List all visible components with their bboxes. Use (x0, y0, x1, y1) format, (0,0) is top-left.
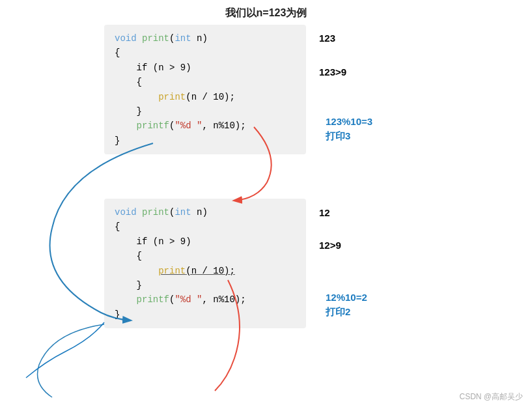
annotation-modulo-1: 123%10=3 (326, 116, 372, 127)
code-line: print(n / 10); (115, 90, 296, 104)
keyword-int: int (175, 33, 191, 44)
watermark: CSDN @高邮吴少 (459, 391, 523, 402)
string-format: "%d " (175, 120, 202, 131)
func-printf-2: printf (137, 294, 169, 305)
keyword-int-2: int (175, 207, 191, 218)
page-title: 我们以n=123为例 (0, 7, 532, 20)
code-line: } (115, 134, 296, 148)
code-line: { (115, 249, 296, 263)
code-line: void print(int n) (115, 205, 296, 219)
func-printf: printf (137, 120, 169, 131)
code-line: { (115, 46, 296, 60)
code-block-2: void print(int n) { if (n > 9) { print(n… (104, 199, 306, 328)
param: n) (191, 33, 208, 44)
code-line: } (115, 104, 296, 119)
annotation-modulo-2: 12%10=2 (326, 292, 367, 303)
code-line: if (n > 9) (115, 61, 296, 75)
func-call-print: print (158, 92, 186, 102)
annotation-print-2: 打印2 (326, 306, 350, 318)
keyword-void: void (115, 33, 142, 44)
code-line: printf("%d ", n%10); (115, 119, 296, 133)
code-line: printf("%d ", n%10); (115, 292, 296, 307)
code-line: } (115, 278, 296, 292)
code-line: { (115, 219, 296, 234)
keyword-void-2: void (115, 207, 142, 218)
annotation-12: 12 (319, 207, 330, 218)
param-2: n) (191, 207, 208, 218)
code-line: print(n / 10); (115, 264, 296, 278)
annotation-123: 123 (319, 33, 335, 44)
func-call-print-2: print (158, 266, 186, 276)
func-print-2: print (142, 207, 169, 218)
code-line: if (n > 9) (115, 234, 296, 249)
annotation-12gt9: 12>9 (319, 240, 341, 251)
func-print: print (142, 33, 169, 44)
code-line: } (115, 307, 296, 322)
code-line: void print(int n) (115, 31, 296, 46)
code-line: { (115, 75, 296, 89)
annotation-123gt9: 123>9 (319, 66, 346, 78)
string-format-2: "%d " (175, 294, 202, 305)
code-block-1: void print(int n) { if (n > 9) { print(n… (104, 25, 306, 154)
annotation-print-1: 打印3 (326, 130, 350, 143)
